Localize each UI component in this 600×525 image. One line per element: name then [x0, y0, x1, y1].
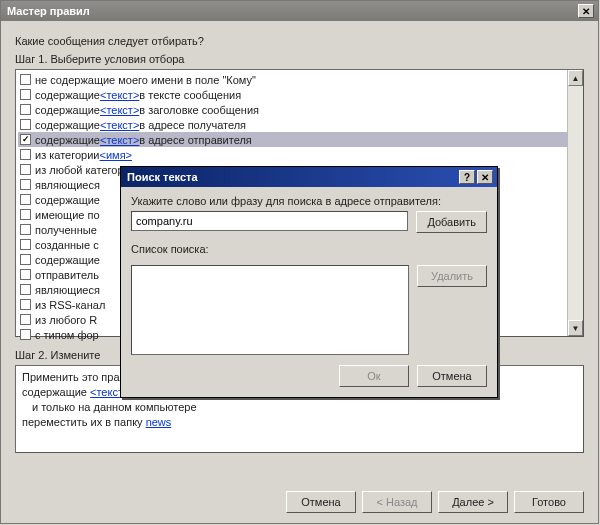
conditions-scrollbar[interactable]: ▲ ▼	[567, 70, 583, 336]
dialog-help-button[interactable]: ?	[459, 170, 475, 184]
close-icon: ✕	[481, 172, 489, 183]
condition-text: содержащие	[35, 119, 100, 131]
finish-button[interactable]: Готово	[514, 491, 584, 513]
ok-button[interactable]: Ок	[339, 365, 409, 387]
condition-checkbox[interactable]	[20, 239, 31, 250]
condition-text: содержащие	[35, 89, 100, 101]
step1-label: Шаг 1. Выберите условия отбора	[15, 53, 584, 65]
condition-text: не содержащие моего имени в поле "Кому"	[35, 74, 256, 86]
condition-row[interactable]: из категории <имя>	[18, 147, 581, 162]
scroll-down-icon[interactable]: ▼	[568, 320, 583, 336]
cancel-button[interactable]: Отмена	[286, 491, 356, 513]
dialog-prompt: Укажите слово или фразу для поиска в адр…	[131, 195, 487, 207]
condition-text: с типом фор	[35, 329, 99, 341]
wizard-titlebar: Мастер правил ✕	[1, 1, 598, 21]
condition-checkbox[interactable]	[20, 89, 31, 100]
condition-checkbox[interactable]	[20, 269, 31, 280]
condition-text: содержащие	[35, 104, 100, 116]
condition-checkbox[interactable]	[20, 194, 31, 205]
add-button[interactable]: Добавить	[416, 211, 487, 233]
condition-text: в адресе отправителя	[139, 134, 251, 146]
next-button[interactable]: Далее >	[438, 491, 508, 513]
dialog-body: Укажите слово или фразу для поиска в адр…	[121, 187, 497, 397]
condition-checkbox[interactable]	[20, 119, 31, 130]
wizard-close-button[interactable]: ✕	[578, 4, 594, 18]
wizard-button-bar: Отмена < Назад Далее > Готово	[286, 491, 584, 513]
dialog-cancel-button[interactable]: Отмена	[417, 365, 487, 387]
condition-checkbox[interactable]	[20, 314, 31, 325]
remove-button[interactable]: Удалить	[417, 265, 487, 287]
condition-text: содержащие	[35, 134, 100, 146]
condition-link[interactable]: <текст>	[100, 89, 139, 101]
desc-line3: и только на данном компьютере	[22, 400, 577, 415]
question-label: Какие сообщения следует отбирать?	[15, 35, 584, 47]
condition-text: содержащие	[35, 194, 100, 206]
condition-checkbox[interactable]	[20, 284, 31, 295]
scroll-track[interactable]	[568, 86, 583, 320]
condition-link[interactable]: <имя>	[100, 149, 133, 161]
condition-text: являющиеся	[35, 284, 100, 296]
condition-text: отправитель	[35, 269, 99, 281]
search-text-dialog: Поиск текста ? ✕ Укажите слово или фразу…	[120, 166, 498, 398]
dialog-title: Поиск текста	[127, 171, 198, 183]
condition-checkbox[interactable]	[20, 179, 31, 190]
condition-checkbox[interactable]	[20, 209, 31, 220]
condition-checkbox[interactable]	[20, 254, 31, 265]
condition-text: из RSS-канал	[35, 299, 105, 311]
condition-row[interactable]: не содержащие моего имени в поле "Кому"	[18, 72, 581, 87]
condition-checkbox[interactable]	[20, 299, 31, 310]
condition-checkbox[interactable]	[20, 224, 31, 235]
condition-text: из любого R	[35, 314, 97, 326]
search-text-input[interactable]	[131, 211, 408, 231]
condition-checkbox[interactable]	[20, 329, 31, 340]
condition-text: являющиеся	[35, 179, 100, 191]
condition-text: полученные	[35, 224, 97, 236]
condition-text: в адресе получателя	[139, 119, 246, 131]
condition-checkbox[interactable]	[20, 149, 31, 160]
condition-link[interactable]: <текст>	[100, 134, 139, 146]
condition-text: из категории	[35, 149, 100, 161]
condition-row[interactable]: содержащие <текст> в заголовке сообщения	[18, 102, 581, 117]
wizard-title: Мастер правил	[7, 5, 90, 17]
desc-line4: переместить их в папку news	[22, 415, 577, 430]
close-icon: ✕	[582, 6, 590, 17]
dialog-footer: Ок Отмена	[131, 365, 487, 387]
dialog-close-button[interactable]: ✕	[477, 170, 493, 184]
condition-checkbox[interactable]	[20, 134, 31, 145]
condition-checkbox[interactable]	[20, 164, 31, 175]
back-button[interactable]: < Назад	[362, 491, 432, 513]
condition-link[interactable]: <текст>	[100, 104, 139, 116]
help-icon: ?	[464, 172, 470, 183]
condition-row[interactable]: содержащие <текст> в адресе получателя	[18, 117, 581, 132]
condition-link[interactable]: <текст>	[100, 119, 139, 131]
condition-checkbox[interactable]	[20, 74, 31, 85]
condition-text: в тексте сообщения	[139, 89, 241, 101]
desc-folder-link[interactable]: news	[146, 416, 172, 428]
scroll-up-icon[interactable]: ▲	[568, 70, 583, 86]
condition-text: содержащие	[35, 254, 100, 266]
condition-text: созданные с	[35, 239, 99, 251]
condition-text: в заголовке сообщения	[139, 104, 259, 116]
condition-row[interactable]: содержащие <текст> в тексте сообщения	[18, 87, 581, 102]
search-list-label: Список поиска:	[131, 243, 487, 255]
condition-checkbox[interactable]	[20, 104, 31, 115]
condition-text: имеющие по	[35, 209, 100, 221]
condition-row[interactable]: содержащие <текст> в адресе отправителя	[18, 132, 581, 147]
dialog-titlebar: Поиск текста ? ✕	[121, 167, 497, 187]
search-list[interactable]	[131, 265, 409, 355]
